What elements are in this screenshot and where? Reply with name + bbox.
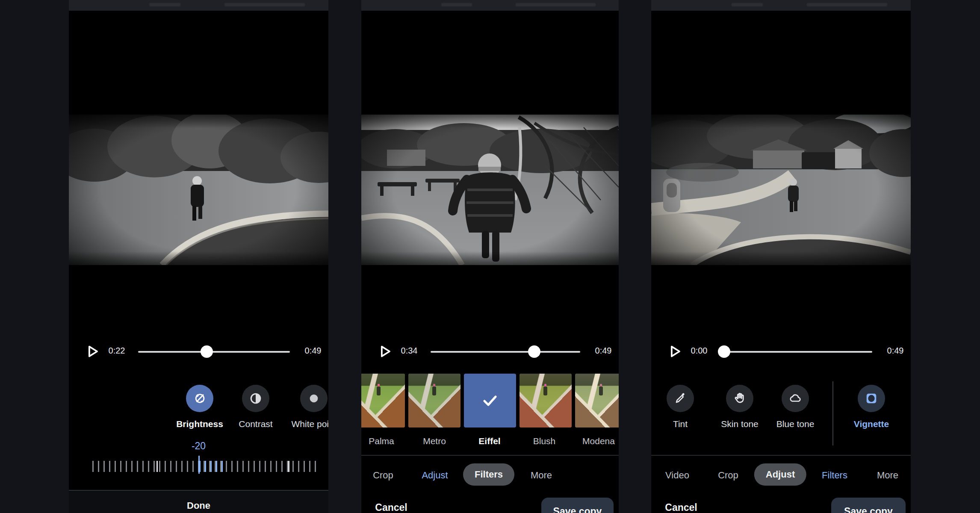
seek-bar[interactable] [138,351,290,353]
play-icon[interactable] [667,343,683,360]
video-frame [651,115,911,265]
save-copy-button[interactable]: Save copy [831,498,906,513]
filter-tile-metro[interactable] [408,374,460,428]
done-button[interactable]: Done [187,500,210,511]
current-time: 0:00 [685,346,713,356]
playback-controls: 0:34 0:49 [361,340,619,364]
filter-label[interactable]: Palma [369,436,394,446]
total-time: 0:49 [590,346,617,356]
bottom-bar: Done [69,490,328,513]
play-icon[interactable] [84,343,100,360]
filter-label-selected[interactable]: Eiffel [478,436,500,446]
status-bar-remnant [516,3,596,6]
tab-crop[interactable]: Crop [373,470,393,481]
current-time: 0:22 [103,346,130,356]
ruler-active-ticks [199,461,223,472]
bottom-actions: Cancel Save copy [651,490,911,513]
editor-tab-bar: Video Crop Adjust Filters More [651,455,911,491]
total-time: 0:49 [882,346,909,356]
current-time: 0:34 [396,346,423,356]
status-bar-remnant [149,3,180,6]
status-bar [69,0,328,11]
seek-bar[interactable] [720,351,872,353]
cancel-button[interactable]: Cancel [375,502,407,513]
seek-knob[interactable] [718,345,730,358]
vignette-overlay [651,115,911,265]
play-icon[interactable] [377,343,393,360]
contrast-icon [242,385,269,412]
adjust-item-tint[interactable]: Tint [654,385,707,429]
phone-middle-filters: 0:34 0:49 Palma [361,0,619,513]
filter-strip: Palma Metro Eiffel Blush Modena [361,374,619,451]
adjust-value: -20 [69,440,328,452]
white-point-icon [300,385,328,412]
filter-label[interactable]: Blush [533,436,556,446]
total-time: 0:49 [299,346,327,356]
adjust-item-white-point[interactable]: White point [287,385,328,429]
tab-filters[interactable]: Filters [822,470,847,481]
skin-tone-icon [726,385,753,412]
vignette-overlay [361,115,619,265]
tab-adjust-selected[interactable]: Adjust [754,463,806,486]
playback-controls: 0:00 0:49 [651,340,911,364]
screenshot-canvas: 0:22 0:49 Brightness [0,0,980,513]
tab-video[interactable]: Video [665,470,689,481]
status-bar [651,0,911,11]
filter-tile-blush[interactable] [520,374,572,428]
status-bar-remnant [807,3,887,6]
adjust-item-contrast[interactable]: Contrast [229,385,282,429]
tab-filters-selected[interactable]: Filters [463,463,514,486]
adjust-item-brightness[interactable]: Brightness [173,385,226,429]
status-bar-remnant [224,3,305,6]
vignette-icon [858,385,885,412]
status-bar-remnant [732,3,763,6]
playback-controls: 0:22 0:49 [69,340,328,364]
tab-crop[interactable]: Crop [718,470,738,481]
ruler-current-tick [198,456,200,474]
adjust-options-row: Tint Skin tone [651,385,911,449]
save-copy-button[interactable]: Save copy [541,498,614,513]
bottom-actions: Cancel Save copy [361,490,619,513]
check-icon [480,390,500,411]
blue-tone-icon [782,385,809,412]
status-bar-remnant [441,3,472,6]
value-ruler-slider[interactable] [92,461,317,472]
tint-icon [667,385,694,412]
phone-left-adjust-brightness: 0:22 0:49 Brightness [69,0,328,513]
video-frame [69,115,328,265]
vignette-overlay [69,115,328,265]
tab-adjust[interactable]: Adjust [422,470,448,481]
options-divider [832,381,833,445]
seek-knob[interactable] [528,345,540,358]
cancel-button[interactable]: Cancel [665,502,697,513]
adjust-item-vignette-selected[interactable]: Vignette [845,385,898,429]
adjust-item-skin-tone[interactable]: Skin tone [713,385,766,429]
seek-bar[interactable] [431,351,580,353]
filter-label[interactable]: Modena [582,436,615,446]
adjust-options-row: Brightness Contrast White point [69,385,328,449]
phone-right-adjust-vignette: 0:00 0:49 Tint [651,0,911,513]
editor-tab-bar: Crop Adjust Filters More [361,455,619,491]
filter-tile-eiffel-selected[interactable] [464,374,516,428]
adjust-item-blue-tone[interactable]: Blue tone [769,385,822,429]
tab-more[interactable]: More [531,470,552,481]
seek-knob[interactable] [201,345,213,358]
video-frame [361,115,619,265]
status-bar [361,0,619,11]
filter-tile-palma[interactable] [361,374,405,428]
filter-tile-modena[interactable] [575,374,619,428]
filter-label[interactable]: Metro [423,436,446,446]
tab-more[interactable]: More [877,470,898,481]
brightness-icon [186,385,213,412]
